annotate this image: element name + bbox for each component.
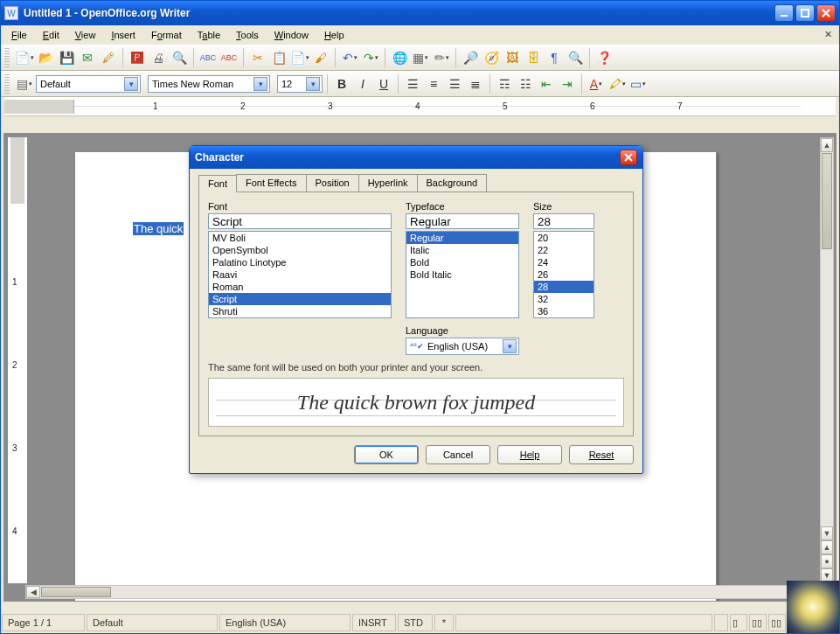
menu-file[interactable]: File <box>4 29 34 41</box>
navigation-button[interactable]: ● <box>821 554 833 568</box>
list-item[interactable]: 20 <box>534 232 594 244</box>
size-listbox[interactable]: 20222426283236 <box>533 231 594 318</box>
view-book-button[interactable]: ▯▯ <box>768 614 786 631</box>
tab-position[interactable]: Position <box>306 174 359 192</box>
dialog-close-button[interactable] <box>620 150 637 165</box>
list-item[interactable]: Regular <box>406 232 518 244</box>
datasources-button[interactable]: 🗄 <box>524 48 543 67</box>
reset-button[interactable]: Reset <box>569 445 634 464</box>
status-digital-signature[interactable] <box>714 614 728 631</box>
zoom-button[interactable]: 🔍 <box>566 48 585 67</box>
tab-font-effects[interactable]: Font Effects <box>236 174 307 192</box>
status-language[interactable]: English (USA) <box>219 614 351 631</box>
spellcheck-button[interactable]: ABC <box>198 48 218 67</box>
scroll-up-button[interactable]: ▲ <box>821 138 833 152</box>
language-dropdown[interactable]: ᴬᴮ✔ English (USA) ▾ <box>406 338 519 355</box>
font-input[interactable] <box>208 213 392 229</box>
status-modified[interactable]: * <box>434 614 454 631</box>
document-text[interactable]: The quick <box>133 222 184 235</box>
prev-page-button[interactable]: ▲ <box>821 540 833 554</box>
list-item[interactable]: OpenSymbol <box>209 244 391 256</box>
list-item[interactable]: Raavi <box>209 268 391 281</box>
list-item[interactable]: Palatino Linotype <box>209 256 391 268</box>
horizontal-ruler[interactable]: └ 1 2 3 4 5 6 7 <box>4 97 836 116</box>
scroll-left-button[interactable]: ◀ <box>26 586 40 598</box>
vertical-scrollbar[interactable]: ▲ ▼ ▲ ● ▼ <box>820 137 834 583</box>
cancel-button[interactable]: Cancel <box>426 445 490 464</box>
format-paintbrush-button[interactable]: 🖌 <box>311 48 330 67</box>
edit-file-button[interactable]: 🖉 <box>99 48 118 67</box>
help-button[interactable]: ❓ <box>594 48 614 67</box>
bullets-button[interactable]: ☷ <box>516 74 535 94</box>
styles-button[interactable]: ▤▾ <box>15 74 34 94</box>
menu-window[interactable]: Window <box>267 29 316 41</box>
numbering-button[interactable]: ☶ <box>495 74 514 94</box>
font-size-dropdown[interactable]: 12 ▾ <box>277 75 323 93</box>
size-input[interactable] <box>533 213 594 229</box>
ok-button[interactable]: OK <box>354 445 419 464</box>
scroll-thumb[interactable] <box>41 587 111 597</box>
tab-font[interactable]: Font <box>198 175 237 192</box>
print-button[interactable]: 🖨 <box>149 48 168 67</box>
list-item[interactable]: 22 <box>534 244 594 256</box>
menu-table[interactable]: Table <box>191 29 227 41</box>
menu-tools[interactable]: Tools <box>229 29 266 41</box>
cut-button[interactable]: ✂ <box>248 48 267 67</box>
menu-format[interactable]: Format <box>144 29 189 41</box>
gallery-button[interactable]: 🖼 <box>503 48 522 67</box>
dialog-title-bar[interactable]: Character <box>190 146 642 169</box>
navigator-button[interactable]: 🧭 <box>482 48 501 67</box>
window-close-button[interactable] <box>816 4 836 22</box>
print-preview-button[interactable]: 🔍 <box>170 48 189 67</box>
export-pdf-button[interactable]: 🅿 <box>128 48 147 67</box>
scroll-down-button[interactable]: ▼ <box>821 526 833 540</box>
scroll-track[interactable] <box>821 250 833 526</box>
list-item[interactable]: Shruti <box>209 305 391 317</box>
align-left-button[interactable]: ☰ <box>403 74 422 94</box>
font-color-button[interactable]: A▾ <box>587 74 606 94</box>
find-replace-button[interactable]: 🔎 <box>461 48 480 67</box>
redo-button[interactable]: ↷▾ <box>361 48 380 67</box>
list-item[interactable]: Script <box>209 293 391 305</box>
indent-increase-button[interactable]: ⇥ <box>558 74 577 94</box>
status-selection[interactable]: STD <box>398 614 433 631</box>
list-item[interactable]: Roman <box>209 281 391 293</box>
bold-button[interactable]: B <box>332 74 351 94</box>
italic-button[interactable]: I <box>353 74 372 94</box>
list-item[interactable]: 26 <box>534 268 594 281</box>
view-single-button[interactable]: ▯ <box>730 614 747 631</box>
typeface-listbox[interactable]: RegularItalicBoldBold Italic <box>406 231 519 318</box>
document-close-button[interactable]: ✕ <box>824 29 832 40</box>
autospellcheck-button[interactable]: ABC <box>219 48 239 67</box>
horizontal-scrollbar[interactable]: ◀ ▶ <box>25 585 834 599</box>
list-item[interactable]: Bold Italic <box>406 268 518 281</box>
font-name-dropdown[interactable]: Times New Roman ▾ <box>148 75 270 93</box>
toolbar-grip[interactable] <box>4 48 10 67</box>
window-maximize-button[interactable] <box>795 4 815 22</box>
align-center-button[interactable]: ≡ <box>424 74 443 94</box>
tab-background[interactable]: Background <box>417 174 488 192</box>
help-button[interactable]: Help <box>497 445 562 464</box>
scroll-thumb[interactable] <box>822 153 832 249</box>
typeface-input[interactable] <box>406 213 519 229</box>
copy-button[interactable]: 📋 <box>269 48 288 67</box>
list-item[interactable]: 32 <box>534 293 594 305</box>
background-color-button[interactable]: ▭▾ <box>628 74 648 94</box>
indent-decrease-button[interactable]: ⇤ <box>537 74 556 94</box>
list-item[interactable]: 28 <box>534 281 594 293</box>
font-listbox[interactable]: MV BoliOpenSymbolPalatino LinotypeRaaviR… <box>208 231 392 318</box>
menu-insert[interactable]: Insert <box>104 29 142 41</box>
email-button[interactable]: ✉ <box>78 48 97 67</box>
paragraph-style-dropdown[interactable]: Default ▾ <box>36 75 141 93</box>
status-overwrite[interactable]: INSRT <box>352 614 396 631</box>
tab-hyperlink[interactable]: Hyperlink <box>358 174 418 192</box>
vertical-ruler[interactable]: 1 2 3 4 <box>8 137 27 583</box>
list-item[interactable]: 36 <box>534 305 594 317</box>
highlight-button[interactable]: 🖍▾ <box>607 74 627 94</box>
show-draw-button[interactable]: ✏▾ <box>432 48 451 67</box>
table-button[interactable]: ▦▾ <box>411 48 430 67</box>
undo-button[interactable]: ↶▾ <box>340 48 359 67</box>
toolbar-grip[interactable] <box>4 74 10 94</box>
save-button[interactable]: 💾 <box>57 48 76 67</box>
hyperlink-button[interactable]: 🌐 <box>390 48 409 67</box>
